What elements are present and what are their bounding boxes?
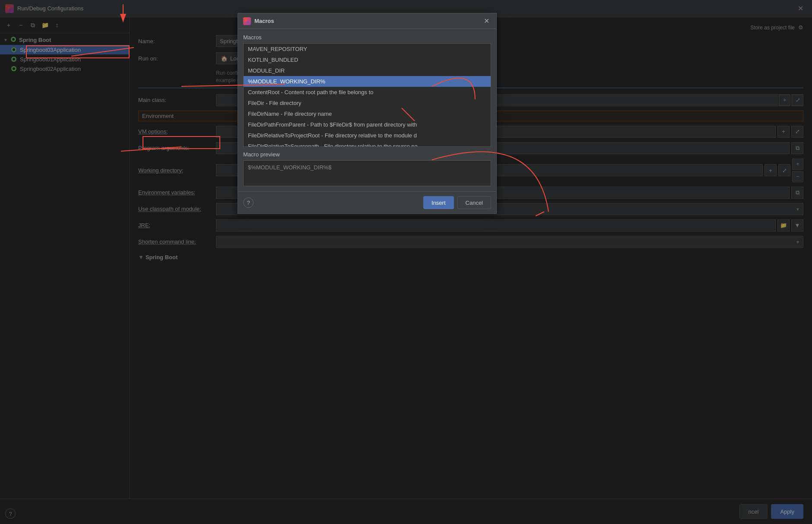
macro-item-filedir[interactable]: FileDir - File directory — [244, 98, 491, 108]
dialog-footer: ? Insert Cancel — [238, 191, 496, 213]
macro-item-filedirrelativetoroot[interactable]: FileDirRelativeToProjectRoot - File dire… — [244, 130, 491, 141]
dialog-title-bar: Macros ✕ — [238, 13, 496, 29]
dialog-help-button[interactable]: ? — [243, 197, 254, 208]
macro-preview-label: Macro preview — [243, 151, 491, 158]
macro-item-kotlin[interactable]: KOTLIN_BUNDLED — [244, 54, 491, 65]
dialog-app-icon — [243, 17, 251, 25]
macro-item-filedirpathfromparent[interactable]: FileDirPathFromParent - Path to $FileDir… — [244, 119, 491, 130]
dialog-close-button[interactable]: ✕ — [482, 17, 491, 25]
macro-item-moduledir[interactable]: MODULE_DIR — [244, 65, 491, 76]
macro-item-module-working-dir[interactable]: %MODULE_WORKING_DIR% — [244, 76, 491, 87]
macro-item-filedirrelativetosource[interactable]: FileDirRelativeToSourcepath - File direc… — [244, 141, 491, 147]
macro-item-contentroot[interactable]: ContentRoot - Content root path the file… — [244, 87, 491, 98]
dialog-body: Macros MAVEN_REPOSITORY KOTLIN_BUNDLED M… — [238, 29, 496, 191]
insert-button[interactable]: Insert — [423, 196, 454, 209]
dialog-title: Macros — [254, 18, 482, 24]
macro-item-filedirname[interactable]: FileDirName - File directory name — [244, 108, 491, 119]
svg-point-10 — [245, 19, 247, 21]
dialog-cancel-button[interactable]: Cancel — [457, 196, 491, 209]
macro-preview-box: $%MODULE_WORKING_DIR%$ — [243, 160, 491, 186]
svg-point-11 — [247, 21, 249, 23]
macros-dialog: Macros ✕ Macros MAVEN_REPOSITORY KOTLIN_… — [238, 13, 497, 214]
macros-section-label: Macros — [243, 34, 491, 41]
macros-list: MAVEN_REPOSITORY KOTLIN_BUNDLED MODULE_D… — [243, 43, 491, 147]
main-window: Run/Debug Configurations ✕ + − ⧉ 📁 ↕ ▼ — [0, 0, 812, 524]
macro-item-maven[interactable]: MAVEN_REPOSITORY — [244, 44, 491, 54]
